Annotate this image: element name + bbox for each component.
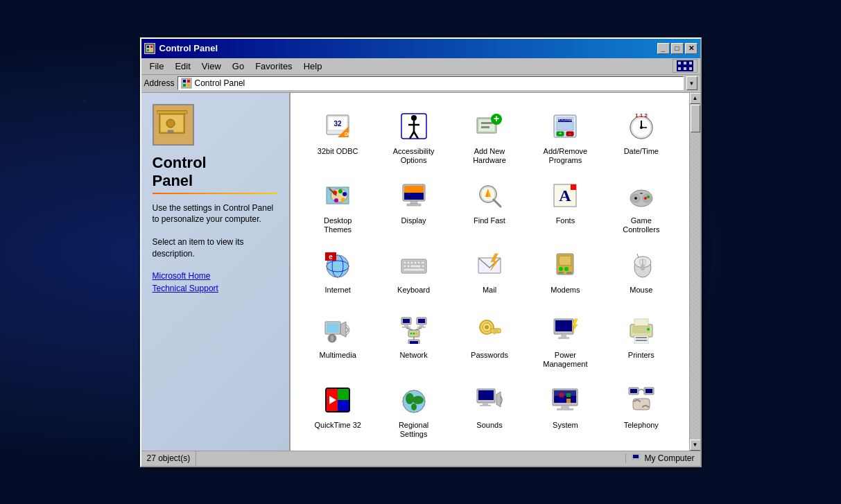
address-dropdown[interactable]: ▼ [686,76,697,90]
menu-favorites[interactable]: Favorites [250,60,297,73]
computer-label: My Computer [644,453,694,463]
svg-rect-172 [483,403,488,405]
svg-rect-103 [422,265,424,268]
svg-rect-185 [630,389,637,393]
32bit-odbc-label: 32bit ODBC [318,147,358,156]
scroll-down-button[interactable]: ▼ [690,440,700,451]
control-panel-window: Control Panel _ □ ✕ File Edit View Go Fa… [140,37,702,467]
power-management-icon [548,313,582,347]
icon-internet[interactable]: e Internet [302,243,374,305]
svg-point-159 [647,328,650,331]
menu-go[interactable]: Go [227,60,250,73]
scrollbar[interactable]: ▲ ▼ [689,93,700,451]
svg-rect-101 [407,265,410,268]
icon-quicktime-32[interactable]: QuickTime 32 [302,378,374,444]
scroll-up-button[interactable]: ▲ [690,93,700,104]
find-fast-icon [473,179,506,212]
svg-rect-14 [187,80,190,82]
accessibility-options-icon [397,110,431,143]
status-bar: 27 object(s) My Computer [141,451,700,466]
menu-edit[interactable]: Edit [169,60,196,73]
icon-modems[interactable]: Modems [529,243,602,305]
menu-view[interactable]: View [196,60,227,73]
icon-accessibility-options[interactable]: AccessibilityOptions [377,104,450,171]
svg-rect-121 [327,323,339,333]
address-label: Address [144,78,175,88]
svg-rect-130 [418,319,425,323]
icon-game-controllers[interactable]: GameControllers [605,173,677,240]
add-remove-programs-label: Add/RemovePrograms [544,147,588,165]
icon-telephony[interactable]: Telephony [605,378,677,444]
menu-file[interactable]: File [144,60,170,73]
icon-32bit-odbc[interactable]: 32 DB 32bit ODBC [302,104,374,171]
svg-rect-149 [555,320,572,331]
svg-rect-163 [338,400,349,411]
keyboard-label: Keyboard [397,286,430,295]
svg-rect-96 [410,261,413,264]
svg-point-166 [406,393,414,404]
svg-rect-109 [560,257,571,265]
svg-rect-187 [645,389,652,393]
panel-icon [153,104,194,146]
svg-rect-179 [557,408,573,410]
icon-printers[interactable]: Printers [605,308,677,374]
power-management-label: PowerManagement [543,351,587,369]
icon-multimedia[interactable]: Multimedia [302,308,374,374]
svg-rect-181 [566,393,571,397]
svg-rect-9 [678,67,681,70]
svg-marker-122 [340,322,346,337]
minimize-button[interactable]: _ [657,43,670,54]
icon-find-fast[interactable]: Find Fast [453,173,526,240]
svg-text:DB: DB [345,132,352,137]
window-controls: _ □ ✕ [657,43,697,54]
icon-sounds[interactable]: Sounds [453,378,526,444]
icon-date-time[interactable]: 1 1 2 Date/Time [605,104,677,171]
svg-rect-192 [633,461,639,462]
icon-add-remove-programs[interactable]: PROGRAMS + - Add/RemovePrograms [529,104,602,171]
svg-rect-124 [331,336,333,341]
icon-power-management[interactable]: PowerManagement [529,308,602,374]
svg-text:32: 32 [334,120,343,128]
icon-mail[interactable]: Mail [453,243,526,305]
svg-rect-128 [402,327,410,328]
internet-icon: e [321,248,354,281]
icon-desktop-themes[interactable]: DesktopThemes [302,173,374,240]
icon-display[interactable]: Display [377,173,450,240]
printers-icon [625,313,658,347]
icon-passwords[interactable]: Passwords [453,308,526,374]
icon-panel: 32 DB 32bit ODBC [291,93,689,451]
svg-point-168 [411,403,417,410]
svg-rect-157 [636,337,647,338]
svg-rect-191 [634,460,637,461]
game-controllers-label: GameControllers [623,216,659,234]
svg-rect-41 [481,126,489,128]
svg-rect-190 [633,455,639,458]
icon-network[interactable]: Network [377,308,450,374]
find-fast-label: Find Fast [474,216,505,225]
icon-system[interactable]: System [529,378,602,444]
icon-add-new-hardware[interactable]: + Add NewHardware [453,104,526,171]
icon-mouse[interactable]: Mouse [605,243,677,305]
svg-rect-146 [494,329,495,334]
svg-rect-145 [491,329,501,333]
svg-rect-155 [634,319,648,326]
close-button[interactable]: ✕ [685,43,697,54]
svg-point-30 [411,115,417,121]
technical-support-link[interactable]: Technical Support [153,284,278,293]
svg-line-33 [410,132,414,139]
svg-point-23 [166,119,175,128]
icon-keyboard[interactable]: Keyboard [377,243,450,305]
menu-help[interactable]: Help [298,60,328,73]
icon-fonts[interactable]: A Fonts [529,173,602,240]
maximize-button[interactable]: □ [671,43,684,54]
svg-rect-2 [150,46,153,48]
svg-point-136 [415,333,417,335]
display-label: Display [401,216,426,225]
add-new-hardware-icon: + [473,110,506,143]
svg-rect-183 [566,399,571,403]
address-input[interactable]: Control Panel [177,76,684,90]
icon-regional-settings[interactable]: RegionalSettings [377,378,450,444]
svg-rect-97 [414,261,417,264]
scroll-thumb[interactable] [691,105,700,132]
microsoft-home-link[interactable]: Microsoft Home [153,271,278,281]
